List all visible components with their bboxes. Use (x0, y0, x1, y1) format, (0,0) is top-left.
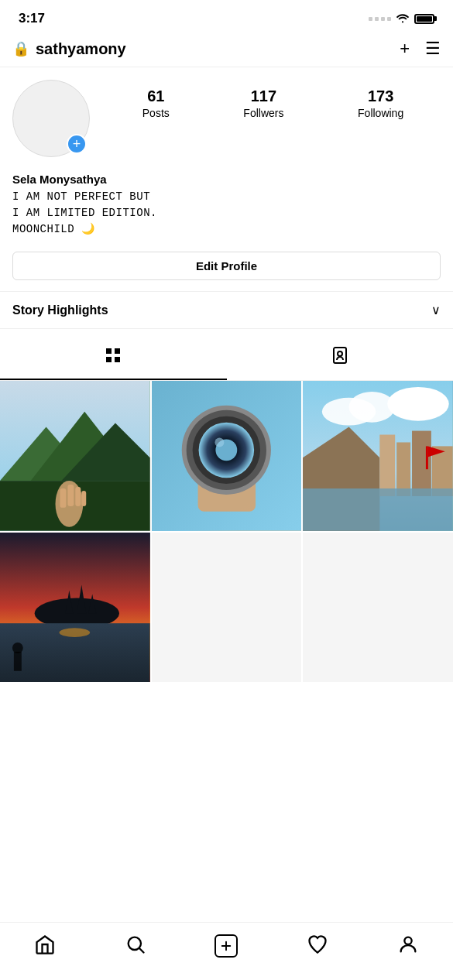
nav-search[interactable] (112, 930, 159, 961)
svg-rect-1 (115, 348, 120, 354)
nav-home[interactable] (22, 930, 68, 961)
battery-icon (414, 14, 434, 24)
svg-rect-30 (396, 442, 410, 496)
svg-rect-12 (60, 488, 66, 508)
svg-rect-14 (75, 487, 81, 506)
bio-name: Sela Monysathya (12, 173, 441, 186)
svg-rect-13 (67, 485, 74, 506)
nav-activity[interactable] (294, 930, 341, 961)
photo-cell-empty (152, 533, 302, 683)
photo-cell[interactable] (152, 381, 302, 531)
status-icons (369, 12, 434, 26)
svg-rect-3 (115, 357, 120, 362)
menu-button[interactable]: ☰ (425, 39, 441, 59)
lock-icon: 🔒 (12, 40, 29, 57)
bottom-nav (0, 922, 453, 980)
avatar-wrap: + (12, 80, 90, 157)
username: sathyamony (36, 40, 400, 58)
nav-add[interactable] (202, 931, 250, 961)
search-icon (125, 934, 146, 958)
svg-point-46 (404, 937, 411, 944)
story-highlights-label: Story Highlights (12, 303, 108, 317)
story-highlights-section[interactable]: Story Highlights ∨ (0, 291, 453, 329)
svg-point-42 (59, 628, 90, 637)
nav-profile[interactable] (385, 930, 431, 961)
svg-rect-34 (426, 446, 428, 469)
following-label: Following (358, 107, 403, 119)
svg-point-27 (388, 387, 449, 421)
svg-point-5 (338, 351, 342, 356)
tagged-icon (331, 346, 349, 369)
chevron-down-icon: ∨ (431, 303, 441, 317)
followers-label: Follwers (243, 107, 283, 119)
svg-rect-43 (14, 652, 22, 671)
followers-count: 117 (251, 87, 276, 105)
status-time: 3:17 (19, 11, 45, 26)
add-post-button[interactable]: + (400, 39, 410, 59)
avatar-add-button[interactable]: + (67, 134, 87, 154)
photo-cell[interactable] (303, 381, 453, 531)
svg-rect-29 (380, 435, 396, 496)
grid-icon (104, 346, 122, 369)
following-count: 173 (368, 87, 393, 105)
svg-rect-15 (81, 491, 86, 506)
svg-point-23 (214, 437, 224, 447)
posts-count: 61 (147, 87, 164, 105)
bio-text: I AM NOT PERFECT BUT I AM LIMITED EDITIO… (12, 189, 441, 238)
photo-cell-empty (303, 533, 453, 683)
bottom-spacer (0, 682, 453, 752)
status-bar: 3:17 (0, 0, 453, 34)
photo-grid (0, 381, 453, 682)
photo-cell[interactable] (0, 533, 150, 683)
svg-rect-2 (106, 357, 112, 362)
following-stat: 173 Following (358, 87, 403, 119)
heart-icon (307, 934, 328, 958)
svg-point-44 (12, 642, 23, 653)
followers-stat: 117 Follwers (243, 87, 283, 119)
tab-grid[interactable] (0, 335, 227, 380)
svg-rect-0 (106, 348, 112, 354)
posts-label: Posts (142, 107, 170, 119)
edit-profile-button[interactable]: Edit Profile (12, 252, 441, 280)
header-actions: + ☰ (400, 39, 441, 59)
svg-rect-31 (412, 431, 431, 496)
posts-stat: 61 Posts (142, 87, 170, 119)
stats-row: 61 Posts 117 Follwers 173 Following (105, 80, 441, 119)
add-icon (214, 934, 238, 958)
home-icon (34, 934, 56, 958)
profile-top: + 61 Posts 117 Follwers 173 Following (12, 80, 441, 157)
photo-cell[interactable] (0, 381, 150, 531)
bio-section: Sela Monysathya I AM NOT PERFECT BUT I A… (0, 163, 453, 244)
profile-section: + 61 Posts 117 Follwers 173 Following (0, 67, 453, 163)
profile-icon (397, 934, 419, 958)
profile-header: 🔒 sathyamony + ☰ (0, 34, 453, 67)
tabs-bar (0, 335, 453, 381)
svg-rect-33 (303, 488, 453, 531)
signal-icon (369, 17, 391, 21)
wifi-icon (396, 12, 410, 26)
tab-tagged[interactable] (227, 335, 454, 380)
